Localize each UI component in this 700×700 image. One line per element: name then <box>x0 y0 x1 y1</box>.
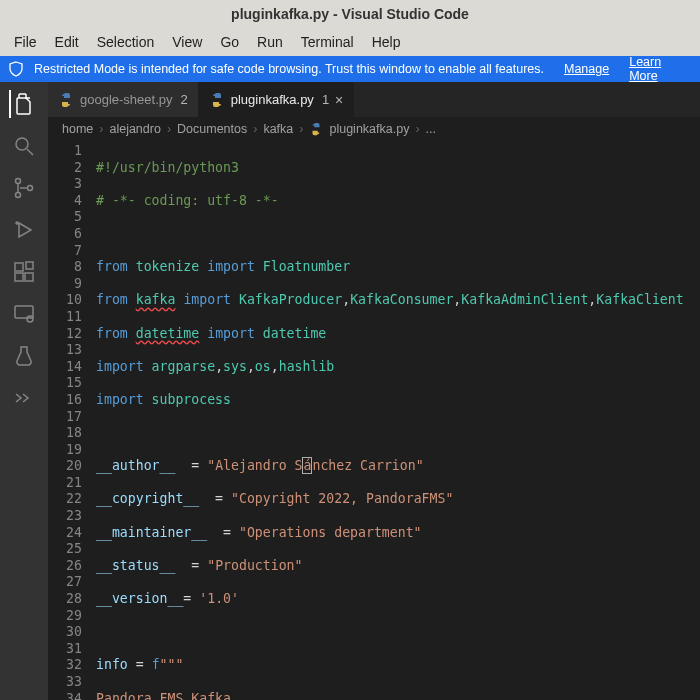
banner-text: Restricted Mode is intended for safe cod… <box>34 62 544 76</box>
chevron-right-icon: › <box>415 122 419 136</box>
chevron-right-icon: › <box>99 122 103 136</box>
python-file-icon <box>209 92 225 108</box>
activity-bar <box>0 82 48 700</box>
editor-tabs: google-sheet.py 2 pluginkafka.py 1 × <box>48 82 700 117</box>
ssh-remote-icon[interactable] <box>10 384 38 412</box>
source-control-icon[interactable] <box>10 174 38 202</box>
menu-edit[interactable]: Edit <box>47 31 87 53</box>
tab-google-sheet[interactable]: google-sheet.py 2 <box>48 82 199 117</box>
tab-label: google-sheet.py <box>80 92 173 107</box>
svg-rect-9 <box>25 273 33 281</box>
shield-icon <box>8 61 24 77</box>
search-icon[interactable] <box>10 132 38 160</box>
chevron-right-icon: › <box>299 122 303 136</box>
svg-point-0 <box>16 138 28 150</box>
restricted-mode-banner: Restricted Mode is intended for safe cod… <box>0 56 700 82</box>
menu-go[interactable]: Go <box>212 31 247 53</box>
remote-explorer-icon[interactable] <box>10 300 38 328</box>
explorer-icon[interactable] <box>9 90 37 118</box>
python-file-icon <box>58 92 74 108</box>
breadcrumb-item[interactable]: pluginkafka.py <box>329 122 409 136</box>
tab-label: pluginkafka.py <box>231 92 314 107</box>
chevron-right-icon: › <box>253 122 257 136</box>
run-debug-icon[interactable] <box>10 216 38 244</box>
window-title: pluginkafka.py - Visual Studio Code <box>231 6 469 22</box>
svg-line-1 <box>27 149 33 155</box>
menu-run[interactable]: Run <box>249 31 291 53</box>
svg-point-4 <box>28 186 33 191</box>
menubar: File Edit Selection View Go Run Terminal… <box>0 28 700 56</box>
svg-rect-7 <box>15 263 23 271</box>
breadcrumb-item[interactable]: alejandro <box>109 122 160 136</box>
close-icon[interactable]: × <box>335 92 343 108</box>
breadcrumb-item[interactable]: kafka <box>263 122 293 136</box>
breadcrumb-item[interactable]: ... <box>426 122 436 136</box>
svg-point-6 <box>16 222 18 224</box>
tab-dirty-indicator: 2 <box>181 92 188 107</box>
svg-rect-8 <box>15 273 23 281</box>
tab-dirty-indicator: 1 <box>322 92 329 107</box>
tab-pluginkafka[interactable]: pluginkafka.py 1 × <box>199 82 355 117</box>
learn-more-link[interactable]: Learn More <box>629 55 692 83</box>
menu-view[interactable]: View <box>164 31 210 53</box>
breadcrumb-item[interactable]: Documentos <box>177 122 247 136</box>
manage-link[interactable]: Manage <box>564 62 609 76</box>
svg-point-12 <box>27 316 33 322</box>
breadcrumb[interactable]: home› alejandro› Documentos› kafka› plug… <box>48 117 700 141</box>
testing-icon[interactable] <box>10 342 38 370</box>
code-content[interactable]: #!/usr/bin/python3 # -*- coding: utf-8 -… <box>96 141 700 700</box>
svg-point-2 <box>16 179 21 184</box>
svg-marker-5 <box>19 223 31 237</box>
chevron-right-icon: › <box>167 122 171 136</box>
line-number-gutter: 1234567891011121314151617181920212223242… <box>48 141 96 700</box>
code-editor[interactable]: 1234567891011121314151617181920212223242… <box>48 141 700 700</box>
menu-file[interactable]: File <box>6 31 45 53</box>
window-titlebar: pluginkafka.py - Visual Studio Code <box>0 0 700 28</box>
menu-terminal[interactable]: Terminal <box>293 31 362 53</box>
svg-point-3 <box>16 193 21 198</box>
menu-help[interactable]: Help <box>364 31 409 53</box>
python-file-icon <box>309 122 323 136</box>
menu-selection[interactable]: Selection <box>89 31 163 53</box>
breadcrumb-item[interactable]: home <box>62 122 93 136</box>
extensions-icon[interactable] <box>10 258 38 286</box>
svg-rect-10 <box>26 262 33 269</box>
